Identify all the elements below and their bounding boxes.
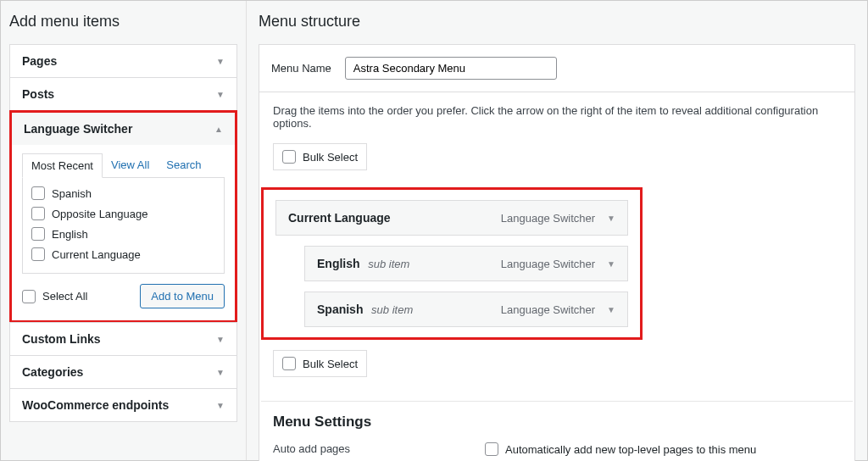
chevron-down-icon: ▼ [216, 90, 225, 99]
chevron-up-icon: ▲ [214, 125, 223, 134]
language-switcher-body: Most Recent View All Search Spanish Oppo… [12, 145, 235, 320]
chevron-down-icon: ▼ [216, 335, 225, 344]
chevron-down-icon[interactable]: ▼ [607, 214, 615, 223]
menu-item-english-type: Language Switcher [501, 258, 595, 270]
accordion-posts-label: Posts [22, 87, 54, 101]
checkbox-current-language[interactable] [31, 247, 45, 261]
checkbox-select-all[interactable] [22, 290, 36, 303]
chevron-down-icon: ▼ [216, 401, 225, 410]
option-english-label: English [52, 228, 88, 241]
chevron-down-icon: ▼ [216, 368, 225, 377]
select-all-label: Select All [42, 290, 87, 303]
menu-item-spanish[interactable]: Spanish sub item Language Switcher ▼ [304, 292, 628, 327]
menu-items-highlight: Current Language Language Switcher ▼ Eng… [261, 187, 643, 340]
checkbox-spanish[interactable] [31, 186, 45, 200]
menu-item-current-language[interactable]: Current Language Language Switcher ▼ [275, 200, 628, 236]
menu-name-row: Menu Name [259, 44, 855, 92]
language-switcher-tabs: Most Recent View All Search [22, 153, 225, 178]
menu-name-input[interactable] [345, 57, 557, 80]
add-menu-items-heading: Add menu items [9, 9, 237, 34]
accordion-categories-label: Categories [22, 365, 83, 379]
menu-name-label: Menu Name [271, 62, 331, 75]
accordion-posts[interactable]: Posts ▼ [9, 77, 237, 111]
settings-auto-add-row: Auto add pages Automatically add new top… [261, 439, 853, 459]
accordion-custom-links[interactable]: Custom Links ▼ [9, 322, 237, 356]
language-switcher-options: Spanish Opposite Language English Curren… [22, 177, 225, 274]
add-to-menu-button[interactable]: Add to Menu [140, 284, 225, 308]
checkbox-english[interactable] [31, 227, 45, 241]
accordion-language-switcher[interactable]: Language Switcher ▲ Most Recent View All… [9, 110, 237, 323]
add-menu-items-panel: Add menu items Pages ▼ Posts ▼ Language … [1, 1, 247, 460]
checkbox-bulk-select-bottom[interactable] [282, 357, 296, 370]
tab-view-all[interactable]: View All [103, 153, 158, 178]
menu-item-current-title: Current Language [288, 211, 391, 225]
auto-add-pages-label: Auto add pages [273, 442, 485, 455]
option-spanish-label: Spanish [52, 187, 92, 200]
chevron-down-icon: ▼ [216, 57, 225, 66]
auto-add-pages-option: Automatically add new top-level pages to… [505, 443, 756, 456]
option-current-label: Current Language [52, 248, 141, 261]
checkbox-auto-add-pages[interactable] [485, 442, 498, 456]
menu-item-current-type: Language Switcher [501, 212, 595, 225]
chevron-down-icon[interactable]: ▼ [607, 305, 615, 314]
menu-item-spanish-type: Language Switcher [501, 303, 595, 316]
menu-instructions: Drag the items into the order you prefer… [261, 92, 853, 142]
accordion-language-switcher-label: Language Switcher [24, 122, 132, 136]
menu-structure-panel: Menu structure Menu Name Drag the items … [247, 1, 867, 460]
checkbox-bulk-select-top[interactable] [282, 150, 296, 164]
bulk-select-bottom[interactable]: Bulk Select [273, 350, 367, 377]
menu-structure-heading: Menu structure [259, 9, 855, 34]
bulk-select-top-label: Bulk Select [303, 151, 358, 164]
tab-search[interactable]: Search [158, 153, 209, 178]
checkbox-opposite-language[interactable] [31, 207, 45, 220]
chevron-down-icon[interactable]: ▼ [607, 259, 615, 269]
bulk-select-bottom-label: Bulk Select [303, 358, 358, 370]
menu-item-english-title: English [317, 257, 360, 270]
accordion-woocommerce-endpoints[interactable]: WooCommerce endpoints ▼ [9, 388, 237, 422]
menu-settings-heading: Menu Settings [273, 414, 853, 430]
menu-item-spanish-sub: sub item [371, 303, 413, 316]
accordion-pages-label: Pages [22, 54, 57, 68]
menu-item-english[interactable]: English sub item Language Switcher ▼ [304, 246, 628, 281]
accordion-categories[interactable]: Categories ▼ [9, 355, 237, 389]
menu-item-english-sub: sub item [368, 258, 409, 270]
accordion-custom-links-label: Custom Links [22, 332, 101, 346]
accordion-woocommerce-label: WooCommerce endpoints [22, 398, 169, 412]
accordion-pages[interactable]: Pages ▼ [9, 44, 237, 78]
tab-most-recent[interactable]: Most Recent [22, 153, 103, 178]
menu-item-spanish-title: Spanish [317, 303, 363, 316]
option-opposite-label: Opposite Language [52, 208, 147, 220]
bulk-select-top[interactable]: Bulk Select [273, 143, 367, 170]
